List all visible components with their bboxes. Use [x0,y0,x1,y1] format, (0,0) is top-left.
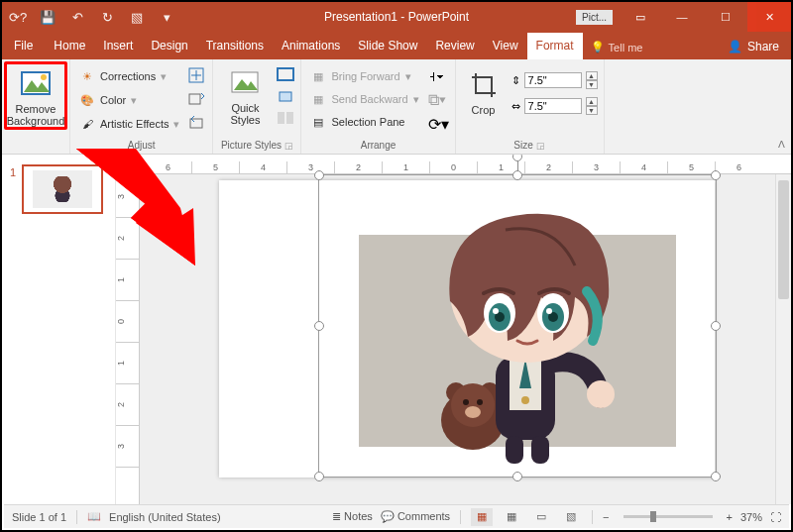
reading-view-icon[interactable]: ▭ [530,508,552,526]
selected-picture[interactable] [318,174,717,478]
align-icon[interactable]: ⫞▾ [428,67,449,85]
crop-button[interactable]: Crop [462,65,506,116]
width-icon: ⇔ [511,100,520,113]
selection-pane-label: Selection Pane [331,116,404,128]
window-title: Presentation1 - PowerPoint [324,10,469,24]
svg-point-19 [463,399,469,405]
artistic-effects-label: Artistic Effects [100,118,169,130]
crop-icon [468,69,500,101]
slideshow-view-icon[interactable]: ▧ [560,508,582,526]
svg-point-20 [477,399,483,405]
thumbnail-preview[interactable] [22,164,103,214]
slide-thumbnails-pane[interactable]: 1 [2,155,116,504]
send-backward-button[interactable]: ▦ Send Backward▾ [307,89,421,109]
compress-pictures-icon[interactable] [188,67,206,85]
bring-forward-label: Bring Forward [331,70,399,82]
zoom-out-button[interactable]: − [603,511,609,523]
width-down[interactable]: ▼ [586,106,598,115]
qat-customize-icon[interactable]: ▾ [159,9,174,25]
scrollbar-thumb[interactable] [778,180,789,299]
collapse-ribbon-icon[interactable]: ᐱ [778,139,785,150]
rotate-icon[interactable]: ⟳▾ [428,115,449,134]
tab-file[interactable]: File [2,33,45,59]
tell-me-search[interactable]: 💡 Tell me [583,35,651,59]
size-group-label: Size [513,140,532,151]
tell-me-label: Tell me [609,42,643,53]
height-field[interactable] [524,72,582,88]
ribbon-options-icon[interactable]: ▭ [621,11,660,24]
height-up[interactable]: ▲ [586,71,598,80]
character-illustration [379,182,656,470]
language-indicator[interactable]: English (United States) [109,511,221,523]
save-icon[interactable]: 💾 [40,9,56,25]
spellcheck-icon[interactable]: 📖 [87,510,101,523]
width-input[interactable]: ⇔ ▲▼ [511,97,598,115]
svg-point-18 [451,383,495,427]
start-from-beginning-icon[interactable]: ▧ [129,9,145,25]
tab-slideshow[interactable]: Slide Show [349,33,426,59]
title-bar: ⟳? 💾 ↶ ↻ ▧ ▾ Presentation1 - PowerPoint … [2,2,791,32]
vertical-scrollbar[interactable] [775,174,791,504]
zoom-in-button[interactable]: + [727,511,733,523]
maximize-button[interactable]: ☐ [704,2,747,32]
change-picture-icon[interactable] [188,91,206,109]
svg-point-24 [521,396,529,404]
horizontal-ruler: 6543210123456 [140,155,791,174]
width-up[interactable]: ▲ [586,97,598,106]
zoom-slider[interactable] [623,515,713,518]
autosave-icon[interactable]: ⟳? [10,9,26,25]
tab-view[interactable]: View [484,33,527,59]
bring-forward-button[interactable]: ▦ Bring Forward▾ [307,66,421,86]
share-button[interactable]: 👤 Share [716,34,791,59]
work-area: 1 6543210123456 3210123 [2,155,791,504]
thumbnail-1[interactable]: 1 [10,164,107,214]
zoom-slider-thumb[interactable] [650,511,656,522]
height-input[interactable]: ⇕ ▲▼ [511,71,598,89]
height-down[interactable]: ▼ [586,80,598,89]
slide[interactable] [219,180,715,478]
normal-view-icon[interactable]: ▦ [471,508,493,526]
group-picture-styles: Quick Styles Picture Styles◲ [213,59,301,154]
quick-styles-button[interactable]: Quick Styles [219,63,271,129]
tab-home[interactable]: Home [45,33,94,59]
slide-stage[interactable] [140,174,791,504]
color-button[interactable]: 🎨 Color▾ [76,90,182,110]
tab-format[interactable]: Format [527,33,583,59]
picture-layout-icon[interactable] [277,111,294,129]
selection-pane-button[interactable]: ▤ Selection Pane [307,112,421,132]
undo-icon[interactable]: ↶ [69,9,85,25]
svg-rect-11 [286,112,293,124]
reset-picture-icon[interactable] [188,115,206,133]
slide-indicator[interactable]: Slide 1 of 1 [12,511,66,523]
contextual-tab-label: Pict... [576,10,613,25]
quick-styles-label: Quick Styles [231,102,261,126]
corrections-button[interactable]: ☀ Corrections▾ [76,66,182,86]
tab-review[interactable]: Review [426,33,483,59]
width-field[interactable] [524,98,582,114]
comments-button[interactable]: 💬 Comments [381,510,450,523]
tab-animations[interactable]: Animations [273,33,349,59]
close-button[interactable]: ✕ [747,2,791,32]
minimize-button[interactable]: — [660,2,704,32]
tab-insert[interactable]: Insert [94,33,142,59]
zoom-percent[interactable]: 37% [740,511,762,523]
picture-effects-icon[interactable] [277,89,294,107]
artistic-effects-button[interactable]: 🖌 Artistic Effects▾ [76,114,182,134]
corrections-icon: ☀ [79,68,95,84]
sorter-view-icon[interactable]: ▦ [501,508,522,526]
size-dialog-launcher-icon[interactable]: ◲ [536,141,545,151]
group-icon[interactable]: ⧉▾ [428,91,449,109]
quick-styles-icon [229,67,261,99]
color-icon: 🎨 [79,92,95,108]
remove-background-button[interactable]: Remove Background [4,61,67,130]
svg-point-25 [587,380,615,408]
svg-rect-9 [280,92,291,101]
notes-button[interactable]: ≣ Notes [332,510,373,523]
dialog-launcher-icon[interactable]: ◲ [284,141,293,151]
redo-icon[interactable]: ↻ [99,9,115,25]
fit-to-window-icon[interactable]: ⛶ [770,511,781,523]
tab-transitions[interactable]: Transitions [197,33,273,59]
tab-design[interactable]: Design [142,33,196,59]
picture-border-icon[interactable] [277,67,294,85]
arrange-group-label: Arrange [307,138,448,152]
